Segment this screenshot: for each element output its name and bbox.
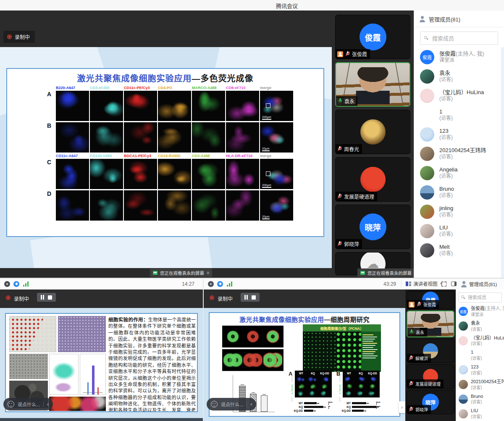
member-row[interactable]: （宝儿妈）HuLina(访客) (456, 334, 504, 348)
row-label: Merge (291, 375, 294, 382)
member-text: 123(访客) (439, 128, 453, 141)
fluorescence-image (56, 122, 89, 153)
video-tile[interactable]: 晓萍郭晓萍 (407, 390, 454, 414)
recording-bar: 录制中 (204, 289, 405, 308)
window-bottom-edge (0, 418, 203, 421)
cell-image (355, 390, 366, 397)
bar-label: WT (292, 402, 303, 405)
protection-icon[interactable] (13, 281, 19, 287)
view-mode-selector[interactable]: 演讲者视图 ▼ (401, 280, 443, 287)
column-header: KQ (307, 371, 318, 375)
panel-collapse-handle[interactable]: › (399, 401, 405, 413)
member-subtitle: (访客) (471, 355, 482, 361)
member-row[interactable]: 2021004254王玮玮(访客) (414, 144, 504, 163)
member-name: 1 (439, 108, 453, 115)
member-row[interactable]: 2021004254王玮玮(访客) (456, 377, 504, 392)
member-avatar: 俊霞 (420, 50, 434, 64)
member-row[interactable]: Melt(访客) (414, 241, 504, 260)
member-row[interactable]: Angelia(访客) (414, 163, 504, 183)
chat-input-pill[interactable]: 说点什么... ‹ (3, 398, 53, 410)
sidebar-toggle-icon[interactable] (451, 282, 457, 286)
video-tile[interactable]: 袁永 (407, 310, 454, 337)
member-row[interactable]: 袁永(访客) (414, 67, 504, 86)
member-row[interactable]: 俊霞张俊霞(主持人, 我)课堂派 (414, 47, 504, 67)
video-tile[interactable]: 袁永 (335, 62, 410, 107)
fluorescence-image (226, 122, 259, 153)
info-icon[interactable] (208, 281, 214, 287)
member-row[interactable]: Bruno(访客) (414, 183, 504, 202)
image-grid-b: WTKQKQ-DD (343, 371, 380, 397)
pause-recording-button[interactable] (41, 295, 44, 300)
channel-label: CD11c-PE/Cy3 (124, 86, 157, 90)
stop-recording-button[interactable] (48, 295, 52, 300)
fluorescence-cells-image (49, 397, 106, 411)
fluorescence-image (90, 122, 123, 153)
member-row[interactable]: LIU(访客) (414, 221, 504, 241)
member-row[interactable]: jinling(访客) (414, 202, 504, 221)
banner-menu-icon[interactable]: ≡ (207, 270, 209, 275)
row-label: Merge (339, 375, 341, 382)
chat-placeholder[interactable]: 说点什么... (221, 401, 243, 408)
fullscreen-icon[interactable] (441, 282, 446, 287)
member-row[interactable]: 123(访客) (414, 125, 504, 144)
member-list-scrollbar[interactable] (501, 47, 504, 278)
member-row[interactable]: 1(访客) (414, 105, 504, 125)
member-name: 2021004254王玮玮 (471, 379, 504, 385)
member-row[interactable]: Bruno(访客) (456, 392, 504, 407)
member-avatar (420, 243, 434, 258)
emoji-icon[interactable] (8, 401, 14, 408)
video-tile[interactable]: 解耀洪 (407, 339, 454, 363)
member-avatar (459, 336, 468, 345)
fluorescence-image (124, 159, 157, 189)
video-tile[interactable]: 发展是硬道理 (335, 157, 410, 202)
member-text: （宝儿妈）HuLina(访客) (471, 335, 504, 347)
row-letter: B (47, 122, 51, 129)
member-text: 张俊霞(主持人, 我)课堂派 (439, 50, 484, 64)
member-row[interactable]: 俊霞张俊霞(主持人, 我)课堂派 (456, 304, 504, 319)
host-icon (337, 51, 343, 57)
emoji-icon[interactable] (211, 401, 218, 408)
pcna-nuclei-image (336, 332, 361, 372)
channel-label: CD11b-V450 (90, 154, 123, 158)
member-row[interactable]: 1(访客) (456, 348, 504, 363)
members-icon (461, 281, 467, 287)
member-search-box[interactable] (420, 32, 498, 45)
info-icon[interactable] (4, 281, 10, 287)
image-row: D20μm (56, 190, 323, 221)
video-tile[interactable]: 俊霞张俊霞 (407, 291, 454, 309)
stop-recording-button[interactable] (252, 295, 256, 300)
muted-mic-icon (409, 407, 413, 412)
cell-image (319, 376, 330, 382)
member-row[interactable]: LIU(访客) (456, 406, 504, 421)
member-row[interactable]: 123(访客) (456, 363, 504, 377)
video-tile[interactable]: 发展是硬道理 (407, 364, 454, 389)
protection-icon[interactable] (217, 281, 223, 287)
video-tile[interactable]: 晓萍郭晓萍 (335, 205, 410, 249)
member-search-input[interactable] (467, 295, 499, 300)
chat-input-pill[interactable]: 说点什么... ‹ (207, 398, 256, 410)
video-tile[interactable]: 俊霞张俊霞 (335, 15, 410, 59)
bar (352, 406, 376, 408)
image-row: A200μm (56, 91, 323, 121)
significance-label: ]*** (376, 405, 381, 408)
text-line-placeholder (362, 339, 375, 339)
member-row[interactable]: （宝儿妈）HuLina(访客) (414, 86, 504, 105)
member-text: 2021004254王玮玮(访客) (439, 147, 486, 161)
member-search-input[interactable] (431, 35, 494, 42)
row-letter: A (47, 91, 51, 97)
member-search-box[interactable] (458, 292, 502, 303)
bar-label: KQ-DD (292, 409, 303, 412)
flow-cytometry-scatter (49, 354, 79, 395)
slide-title-sub: —多色荧光成像 (192, 74, 254, 83)
mute-slash (337, 241, 342, 246)
chat-placeholder[interactable]: 说点什么... (18, 401, 40, 408)
mute-slash (409, 381, 413, 386)
member-text: 1(访客) (439, 108, 453, 122)
member-row[interactable]: 袁永(访客) (456, 319, 504, 334)
chat-collapse-icon[interactable]: ‹ (43, 401, 49, 407)
pause-recording-button[interactable] (244, 295, 248, 300)
cell-image (296, 390, 307, 397)
chat-collapse-icon[interactable]: ‹ (247, 401, 252, 407)
members-panel-title: 管理成员(81) (469, 281, 497, 287)
video-tile[interactable]: 周春光 (335, 110, 410, 154)
